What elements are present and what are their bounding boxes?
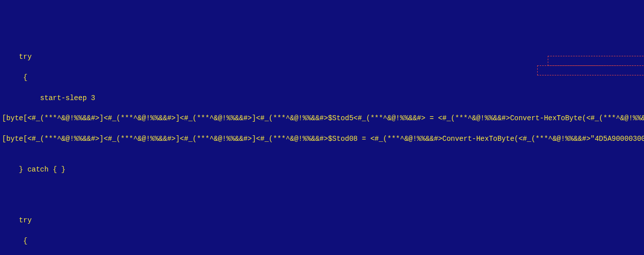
code-line: [byte[<#_(***^&@!%%&&#>]<#_(***^&@!%%&&#…: [2, 113, 642, 123]
code-line: {: [2, 72, 642, 82]
code-line: try: [2, 215, 642, 225]
code-line: try: [2, 52, 642, 62]
code-viewer: try { start-sleep 3 [byte[<#_(***^&@!%%&…: [2, 42, 642, 255]
code-line: [byte[<#_(***^&@!%%&&#>]<#_(***^&@!%%&&#…: [2, 134, 642, 144]
code-line: start-sleep 3: [2, 93, 642, 103]
code-line: {: [2, 236, 642, 246]
code-line: } catch { }: [2, 164, 642, 175]
